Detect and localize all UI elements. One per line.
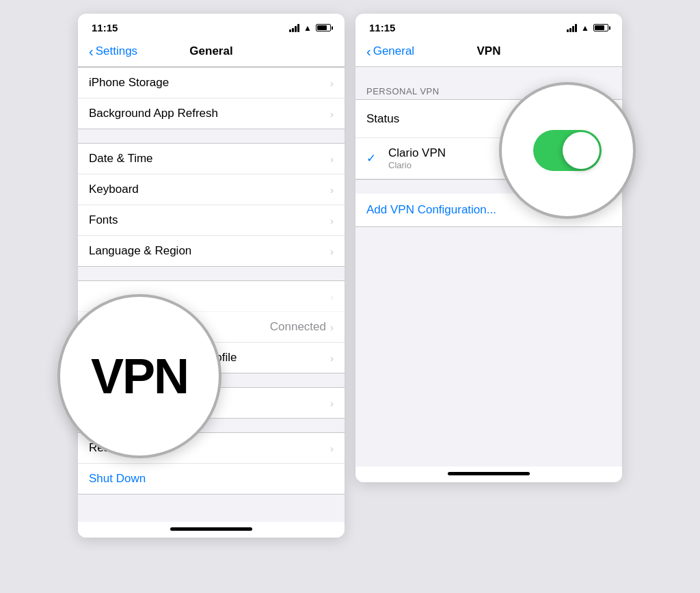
chevron-icon: › <box>330 184 334 196</box>
shutdown-label: Shut Down <box>89 472 146 486</box>
fonts-row[interactable]: Fonts › <box>78 205 345 236</box>
iphone-storage-row[interactable]: iPhone Storage › <box>78 68 345 98</box>
back-label-right: General <box>373 44 414 58</box>
language-region-label: Language & Region <box>89 244 191 258</box>
add-vpn-label: Add VPN Configuration... <box>366 203 496 216</box>
nav-bar-right: ‹ General VPN <box>355 39 622 67</box>
battery-icon <box>316 24 331 31</box>
back-button-right[interactable]: ‹ General <box>366 44 414 58</box>
vpn-magnifier-text: VPN <box>91 348 188 404</box>
status-bar-left: 11:15 ▲ <box>78 14 345 39</box>
chevron-icon: › <box>330 108 334 120</box>
page-title-right: VPN <box>477 44 501 58</box>
chevron-icon: › <box>330 352 334 364</box>
status-label: Status <box>366 112 399 126</box>
back-chevron-right: ‹ <box>366 44 371 58</box>
signal-icon <box>289 24 299 32</box>
home-bar-left <box>170 527 252 531</box>
keyboard-row[interactable]: Keyboard › <box>78 174 345 205</box>
chevron-icon: › <box>330 77 334 89</box>
status-icons-left: ▲ <box>289 23 331 33</box>
background-app-refresh-row[interactable]: Background App Refresh › <box>78 98 345 129</box>
home-indicator-right <box>355 466 622 482</box>
chevron-icon: › <box>330 153 334 165</box>
back-button-left[interactable]: ‹ Settings <box>89 44 137 58</box>
fonts-label: Fonts <box>89 213 118 227</box>
wifi-icon-right: ▲ <box>581 23 589 33</box>
language-region-row[interactable]: Language & Region › <box>78 236 345 266</box>
battery-icon-right <box>593 24 608 31</box>
vpn-sub-label: Clario <box>388 160 446 170</box>
back-label-left: Settings <box>96 44 137 58</box>
wifi-icon: ▲ <box>304 23 312 33</box>
signal-icon-right <box>567 24 577 32</box>
chevron-icon: › <box>330 443 334 454</box>
right-phone-screen: 11:15 ▲ ‹ Ge <box>355 14 622 538</box>
vpn-name-label: Clario VPN <box>388 146 446 160</box>
status-bar-right: 11:15 ▲ <box>355 14 622 39</box>
checkmark-icon: ✓ <box>366 151 380 166</box>
back-chevron-left: ‹ <box>89 44 94 58</box>
page-title-left: General <box>189 44 232 58</box>
date-time-label: Date & Time <box>89 152 153 166</box>
date-time-row[interactable]: Date & Time › <box>78 144 345 174</box>
chevron-icon: › <box>330 397 334 409</box>
status-icons-right: ▲ <box>567 23 608 33</box>
home-indicator-left <box>78 522 345 538</box>
shutdown-row[interactable]: Shut Down <box>78 464 345 494</box>
home-bar-right <box>448 472 530 475</box>
chevron-icon: › <box>330 321 334 333</box>
chevron-icon: › <box>330 215 334 226</box>
nav-bar-left: ‹ Settings General <box>78 39 345 67</box>
vpn-magnifier: VPN <box>57 294 221 458</box>
toggle-thumb-large <box>563 132 600 169</box>
settings-group-2: Date & Time › Keyboard › Fonts <box>78 143 345 267</box>
background-app-refresh-right: › <box>330 108 334 120</box>
time-right: 11:15 <box>369 22 395 34</box>
background-app-refresh-label: Background App Refresh <box>89 107 218 120</box>
iphone-storage-label: iPhone Storage <box>89 76 169 90</box>
chevron-icon: › <box>330 291 334 302</box>
vpn-status-value: Connected <box>270 320 326 334</box>
keyboard-label: Keyboard <box>89 183 139 196</box>
chevron-icon: › <box>330 246 334 257</box>
time-left: 11:15 <box>92 22 118 34</box>
iphone-storage-right: › <box>330 77 334 89</box>
toggle-magnifier <box>499 82 636 219</box>
toggle-large[interactable] <box>533 130 602 171</box>
settings-group-1: iPhone Storage › Background App Refresh … <box>78 67 345 129</box>
left-phone-screen: 11:15 ▲ ‹ Se <box>78 14 345 538</box>
